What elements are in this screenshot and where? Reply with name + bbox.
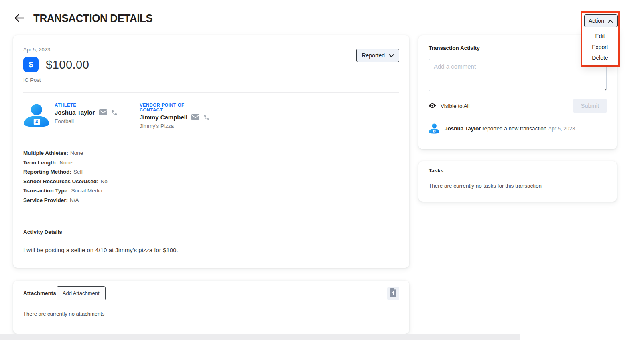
divider <box>23 92 399 93</box>
field-label: Transaction Type: <box>23 188 69 194</box>
athlete-name: Joshua Taylor <box>55 109 95 116</box>
tasks-card: Tasks There are currently no tasks for t… <box>418 161 617 202</box>
vendor-label: VENDOR POINT OF CONTACT <box>140 103 208 112</box>
field-value: Self <box>73 169 83 175</box>
log-action: reported a new transaction <box>482 125 546 132</box>
tasks-empty-text: There are currently no tasks for this tr… <box>429 183 607 189</box>
activity-log-entry: # Joshua Taylor reported a new transacti… <box>429 123 607 134</box>
svg-text:#: # <box>35 119 38 124</box>
activity-details-label: Activity Details <box>23 229 399 235</box>
field-row: School Resources Use/Used:No <box>23 177 399 186</box>
back-button[interactable] <box>13 12 25 24</box>
attachments-card: Attachments Add Attachment There are cur… <box>13 281 409 334</box>
page-bottom-strip <box>0 334 520 340</box>
vendor-detail: Jimmy's Pizza <box>140 123 208 129</box>
field-row: Transaction Type:Social Media <box>23 186 399 196</box>
transaction-amount: $100.00 <box>46 58 89 71</box>
athlete-avatar: # <box>23 103 50 128</box>
amount-row: $ $100.00 <box>23 57 399 72</box>
arrow-left-icon <box>14 14 24 24</box>
field-value: N/A <box>70 197 79 203</box>
log-date: Apr 5, 2023 <box>548 125 575 132</box>
field-row: Multiple Athletes:None <box>23 148 399 158</box>
comment-input[interactable] <box>429 59 607 91</box>
action-dropdown-menu: Edit Export Delete <box>582 27 618 65</box>
submit-comment-button[interactable]: Submit <box>573 99 607 113</box>
annotation-highlight-box: Action Edit Export Delete <box>581 11 620 67</box>
transaction-activity-title: Transaction Activity <box>429 45 607 51</box>
chevron-down-icon <box>389 52 394 59</box>
menu-item-export[interactable]: Export <box>589 43 610 51</box>
field-label: Term Length: <box>23 160 57 166</box>
activity-details-text: I will be posting a selfie on 4/10 at Ji… <box>23 247 399 253</box>
field-label: Reporting Method: <box>23 169 71 175</box>
athlete-block: ATHLETE Joshua Taylor Football <box>55 103 123 124</box>
status-label: Reported <box>362 52 385 59</box>
attachments-empty-text: There are currently no attachments <box>23 311 399 317</box>
dollar-icon: $ <box>23 57 39 72</box>
action-button-label: Action <box>589 18 604 24</box>
transaction-card: Apr 5, 2023 $ $100.00 IG Post Reported #… <box>13 35 409 268</box>
menu-item-edit[interactable]: Edit <box>593 32 607 40</box>
email-icon[interactable] <box>99 109 107 116</box>
dollar-symbol: $ <box>29 60 33 69</box>
transaction-date: Apr 5, 2023 <box>23 47 399 53</box>
athlete-label: ATHLETE <box>55 103 123 107</box>
page-header: TRANSACTION DETAILS <box>13 12 162 25</box>
field-value: None <box>59 160 72 166</box>
field-label: Multiple Athletes: <box>23 150 68 156</box>
phone-icon[interactable] <box>203 114 210 121</box>
field-value: No <box>101 178 108 184</box>
visibility-toggle[interactable]: Visible to All <box>441 103 470 109</box>
field-label: School Resources Use/Used: <box>23 178 99 184</box>
log-user-name: Joshua Taylor <box>445 125 481 132</box>
email-icon[interactable] <box>191 114 199 121</box>
action-dropdown-button[interactable]: Action <box>584 14 618 27</box>
athlete-detail: Football <box>55 118 123 124</box>
log-avatar: # <box>429 123 440 134</box>
field-value: None <box>70 150 83 156</box>
status-dropdown[interactable]: Reported <box>356 49 399 62</box>
people-row: # ATHLETE Joshua Taylor Football VENDOR … <box>23 103 399 129</box>
vendor-block: VENDOR POINT OF CONTACT Jimmy Campbell J… <box>140 103 208 129</box>
divider <box>23 222 399 222</box>
vendor-name: Jimmy Campbell <box>140 114 187 121</box>
field-row: Term Length:None <box>23 158 399 168</box>
transaction-subtype: IG Post <box>23 77 399 83</box>
upload-attachment-button[interactable] <box>387 287 399 300</box>
tasks-title: Tasks <box>429 168 607 174</box>
attachments-title: Attachments <box>23 290 56 296</box>
field-row: Service Provider:N/A <box>23 196 399 205</box>
file-upload-icon <box>390 288 397 298</box>
page-title: TRANSACTION DETAILS <box>33 12 152 25</box>
log-text: Joshua Taylor reported a new transaction… <box>445 125 575 132</box>
field-value: Social Media <box>71 188 102 194</box>
field-label: Service Provider: <box>23 197 68 203</box>
chevron-up-icon <box>608 18 613 24</box>
eye-icon <box>429 103 437 109</box>
field-row: Reporting Method:Self <box>23 167 399 177</box>
transaction-fields: Multiple Athletes:None Term Length:None … <box>23 148 399 205</box>
svg-text:#: # <box>434 130 435 132</box>
add-attachment-button[interactable]: Add Attachment <box>57 286 106 300</box>
menu-item-delete[interactable]: Delete <box>589 54 610 62</box>
phone-icon[interactable] <box>111 109 119 116</box>
